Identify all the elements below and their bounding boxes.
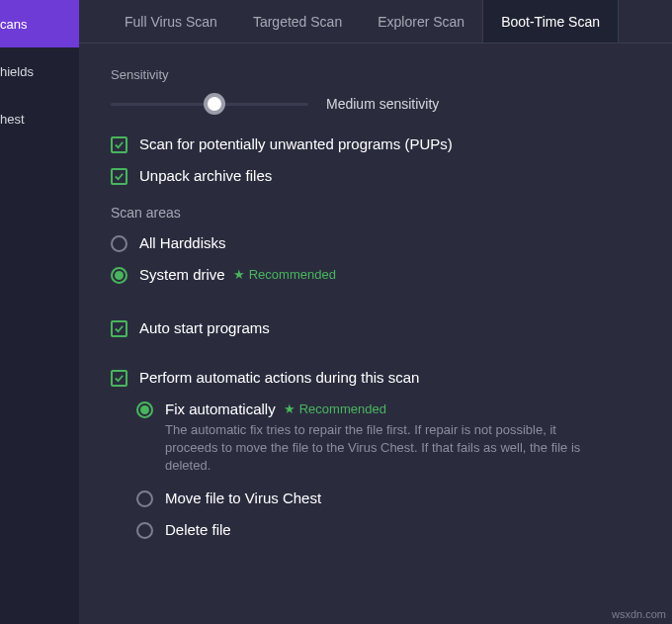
- sidebar: cans hields hest: [0, 0, 79, 624]
- sensitivity-slider[interactable]: [111, 99, 308, 109]
- radio-fix-label: Fix automatically: [165, 401, 276, 417]
- radio-delete-file[interactable]: [136, 522, 153, 539]
- check-icon: [114, 323, 125, 334]
- radio-fix-label-wrap: Fix automatically ★ Recommended: [165, 401, 610, 417]
- check-icon: [114, 373, 125, 384]
- slider-knob[interactable]: [204, 93, 225, 115]
- watermark: wsxdn.com: [612, 608, 666, 620]
- option-pup-label: Scan for potentially unwanted programs (…: [139, 135, 453, 152]
- sensitivity-value: Medium sensitivity: [326, 96, 439, 112]
- radio-sysdrive-label: System drive: [139, 266, 225, 283]
- app-root: cans hields hest Full Virus Scan Targete…: [0, 0, 672, 624]
- sidebar-item-scans[interactable]: cans: [0, 0, 79, 47]
- radio-delete-label: Delete file: [165, 521, 231, 538]
- tab-boot-time-scan[interactable]: Boot-Time Scan: [482, 0, 619, 43]
- recommended-text: Recommended: [299, 401, 386, 416]
- option-autostart-label: Auto start programs: [139, 319, 270, 336]
- option-autostart-row: Auto start programs: [111, 319, 640, 337]
- radio-all-hdd-row: All Harddisks: [111, 234, 640, 252]
- option-unpack-row: Unpack archive files: [111, 167, 640, 185]
- star-icon: ★: [284, 401, 295, 416]
- radio-fix-auto[interactable]: [136, 401, 153, 418]
- option-actions-row: Perform automatic actions during this sc…: [111, 369, 640, 387]
- sensitivity-title: Sensitivity: [111, 67, 640, 82]
- radio-move-label: Move file to Virus Chest: [165, 490, 321, 506]
- checkbox-pup[interactable]: [111, 136, 127, 153]
- star-icon: ★: [233, 267, 245, 282]
- scan-areas-title: Scan areas: [111, 205, 640, 221]
- radio-fix-row: Fix automatically ★ Recommended The auto…: [136, 401, 640, 476]
- tab-full-virus-scan[interactable]: Full Virus Scan: [107, 0, 235, 43]
- radio-sysdrive-label-wrap: System drive ★ Recommended: [139, 266, 336, 283]
- sidebar-item-shields[interactable]: hields: [0, 47, 79, 95]
- main-panel: Full Virus Scan Targeted Scan Explorer S…: [79, 0, 672, 624]
- recommended-badge: ★ Recommended: [233, 267, 336, 282]
- radio-all-hdd-label: All Harddisks: [139, 234, 226, 251]
- content-area: Sensitivity Medium sensitivity Scan for …: [79, 44, 672, 624]
- radio-sysdrive-row: System drive ★ Recommended: [111, 266, 640, 284]
- sidebar-item-label: hest: [0, 112, 25, 127]
- sidebar-item-label: hields: [0, 64, 34, 79]
- checkbox-perform-actions[interactable]: [111, 370, 127, 387]
- option-actions-label: Perform automatic actions during this sc…: [139, 369, 419, 386]
- radio-system-drive[interactable]: [111, 267, 127, 284]
- radio-fix-block: Fix automatically ★ Recommended The auto…: [165, 401, 610, 476]
- radio-move-row: Move file to Virus Chest: [136, 490, 640, 507]
- tab-targeted-scan[interactable]: Targeted Scan: [235, 0, 360, 43]
- checkbox-unpack[interactable]: [111, 168, 127, 185]
- option-pup-row: Scan for potentially unwanted programs (…: [111, 135, 640, 153]
- sidebar-item-label: cans: [0, 17, 27, 32]
- sidebar-item-chest[interactable]: hest: [0, 95, 79, 142]
- radio-delete-row: Delete file: [136, 521, 640, 539]
- sensitivity-row: Medium sensitivity: [111, 96, 640, 112]
- check-icon: [114, 171, 125, 182]
- tabs: Full Virus Scan Targeted Scan Explorer S…: [79, 0, 672, 44]
- radio-fix-desc: The automatic fix tries to repair the fi…: [165, 421, 610, 476]
- option-unpack-label: Unpack archive files: [139, 167, 272, 184]
- recommended-text: Recommended: [249, 267, 336, 282]
- recommended-badge: ★ Recommended: [284, 401, 386, 416]
- radio-move-chest[interactable]: [136, 490, 153, 507]
- tab-explorer-scan[interactable]: Explorer Scan: [360, 0, 482, 43]
- check-icon: [114, 139, 125, 150]
- radio-all-harddisks[interactable]: [111, 235, 127, 252]
- checkbox-autostart[interactable]: [111, 320, 127, 337]
